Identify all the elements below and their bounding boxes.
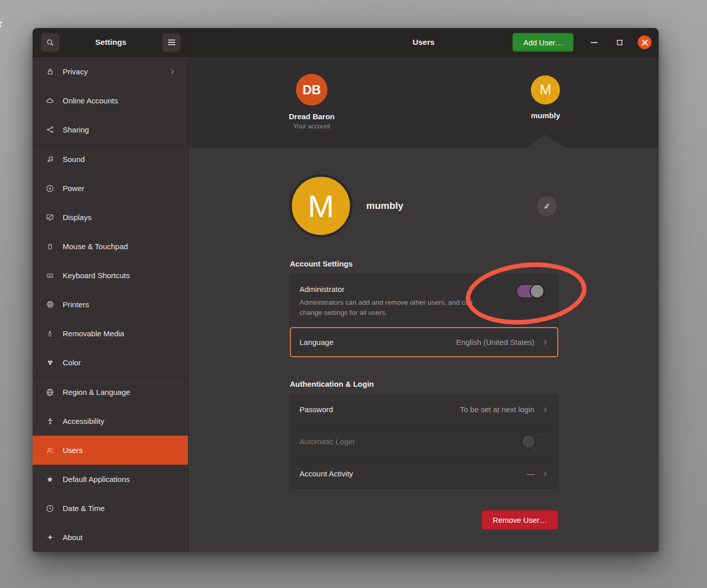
clock-icon [45, 504, 55, 513]
sidebar-item-label: Region & Language [63, 388, 130, 396]
user-card-mumbly[interactable]: M mumbly [531, 74, 560, 120]
toggle-knob [521, 434, 536, 449]
music-note-icon [45, 155, 55, 164]
sidebar-item-mouse-touchpad[interactable]: Mouse & Touchpad [33, 232, 188, 261]
sidebar-item-label: Printers [63, 300, 89, 309]
rename-user-button[interactable] [536, 196, 557, 217]
sidebar-item-displays[interactable]: Displays [33, 203, 188, 232]
sidebar-header: Settings [33, 28, 188, 57]
menu-button[interactable] [162, 33, 181, 52]
administrator-description: Administrators can add and remove other … [300, 298, 473, 317]
sidebar-item-default-applications[interactable]: Default Applications [33, 465, 188, 494]
sidebar-item-label: Online Accounts [63, 96, 118, 105]
sidebar-item-label: Removable Media [63, 329, 124, 338]
sidebar-item-accessibility[interactable]: Accessibility [33, 407, 188, 436]
users-icon [45, 446, 55, 455]
administrator-toggle[interactable] [516, 284, 543, 298]
main-header: Users Add User… [188, 28, 659, 57]
maximize-icon [617, 40, 622, 45]
display-icon [45, 213, 55, 222]
sidebar: Privacy Online Accounts Sharing Sound Po… [33, 57, 188, 552]
desktop-artifact: ‹ [0, 15, 5, 31]
sidebar-item-printers[interactable]: Printers [33, 290, 188, 319]
sidebar-item-removable-media[interactable]: Removable Media [33, 319, 188, 348]
cloud-icon [45, 96, 55, 105]
toggle-knob [530, 284, 545, 299]
automatic-login-label: Automatic Login [300, 437, 355, 446]
share-icon [45, 125, 55, 134]
sidebar-item-about[interactable]: About [33, 523, 188, 552]
profile-avatar[interactable]: M [290, 175, 352, 237]
minimize-icon [591, 42, 597, 43]
sidebar-item-region-language[interactable]: Region & Language [33, 378, 188, 407]
sidebar-item-privacy[interactable]: Privacy [33, 57, 188, 86]
profile-row: M mumbly [290, 175, 558, 237]
maximize-button[interactable] [612, 35, 627, 49]
account-activity-row[interactable]: Account Activity — [290, 459, 558, 488]
section-heading-authentication: Authentication & Login [290, 380, 558, 388]
sidebar-item-label: Users [63, 446, 83, 455]
flash-drive-icon [45, 329, 55, 338]
automatic-login-row: Automatic Login [290, 424, 558, 459]
password-row[interactable]: Password To be set at next login [290, 395, 558, 424]
account-activity-value: — [527, 469, 534, 478]
sidebar-item-label: About [63, 533, 83, 542]
password-value: To be set at next login [460, 405, 534, 414]
password-label: Password [300, 405, 333, 414]
add-user-button[interactable]: Add User… [512, 33, 574, 52]
chevron-right-icon [541, 470, 549, 477]
users-panel: DB Dread Baron Your account M mumbly M m… [188, 57, 659, 552]
titlebar: Settings Users Add User… [33, 28, 659, 57]
sidebar-item-online-accounts[interactable]: Online Accounts [33, 86, 188, 115]
authentication-card: Password To be set at next login Automat… [290, 394, 558, 489]
sidebar-item-date-time[interactable]: Date & Time [33, 494, 188, 523]
sidebar-title: Settings [60, 38, 162, 47]
sidebar-item-label: Mouse & Touchpad [63, 242, 128, 251]
avatar: M [531, 75, 560, 104]
section-heading-account-settings: Account Settings [290, 259, 558, 268]
lock-icon [45, 67, 55, 76]
sidebar-item-label: Default Applications [63, 475, 130, 484]
sidebar-item-label: Sound [63, 155, 85, 164]
sidebar-item-label: Accessibility [63, 417, 104, 425]
mouse-icon [45, 242, 55, 251]
language-row[interactable]: Language English (United States) [290, 327, 558, 357]
language-value: English (United States) [456, 338, 534, 346]
sidebar-item-sound[interactable]: Sound [33, 145, 188, 174]
selected-user-pointer [526, 135, 565, 148]
sidebar-item-label: Color [63, 358, 81, 367]
globe-icon [45, 388, 55, 397]
automatic-login-toggle[interactable] [522, 435, 549, 448]
remove-user-button[interactable]: Remove User… [481, 510, 558, 530]
pencil-icon [543, 202, 551, 210]
star-icon [45, 475, 55, 484]
sidebar-item-keyboard-shortcuts[interactable]: Keyboard Shortcuts [33, 261, 188, 290]
user-card-dread-baron[interactable]: DB Dread Baron Your account [289, 74, 335, 130]
sidebar-item-color[interactable]: Color [33, 348, 188, 377]
hamburger-icon [168, 39, 176, 46]
minimize-button[interactable] [587, 35, 601, 49]
sidebar-item-label: Sharing [63, 125, 89, 134]
administrator-label: Administrator [300, 285, 549, 293]
search-button[interactable] [41, 33, 60, 52]
accessibility-icon [45, 417, 55, 426]
chevron-right-icon [541, 406, 549, 413]
sidebar-item-label: Privacy [63, 67, 88, 76]
user-picker-strip: DB Dread Baron Your account M mumbly [188, 57, 659, 148]
close-button[interactable] [638, 36, 651, 49]
sidebar-item-sharing[interactable]: Sharing [33, 115, 188, 144]
sidebar-item-users[interactable]: Users [33, 436, 188, 465]
user-name: mumbly [531, 111, 560, 120]
search-icon [46, 38, 55, 47]
power-icon [45, 184, 55, 193]
sidebar-item-label: Power [63, 184, 85, 193]
sparkle-icon [45, 533, 55, 542]
user-name: Dread Baron [289, 112, 335, 121]
account-activity-label: Account Activity [300, 469, 353, 478]
sidebar-item-label: Date & Time [63, 504, 105, 513]
sidebar-item-power[interactable]: Power [33, 174, 188, 203]
language-label: Language [300, 338, 334, 346]
sidebar-item-label: Keyboard Shortcuts [63, 271, 130, 280]
user-detail-panel: M mumbly Account Settings Administrator … [188, 148, 659, 552]
sidebar-item-label: Displays [63, 213, 92, 222]
